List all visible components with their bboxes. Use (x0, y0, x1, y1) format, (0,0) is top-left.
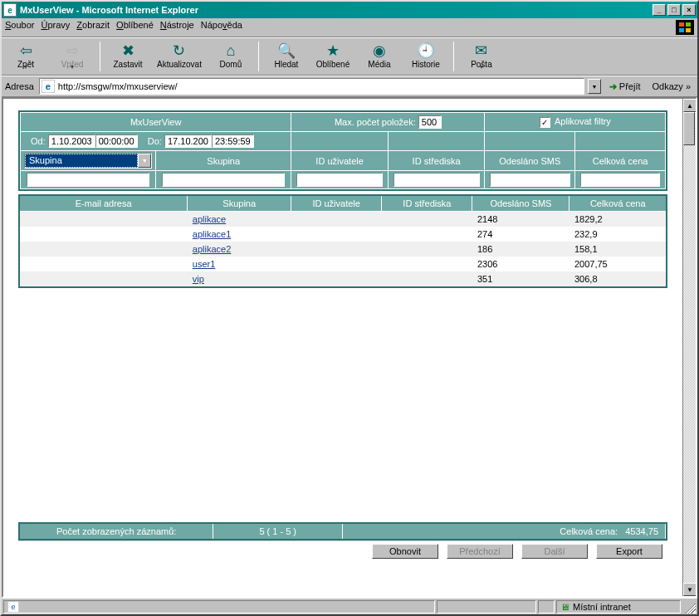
menu-oblibene[interactable]: Oblíbené (116, 20, 154, 35)
star-icon: ★ (326, 42, 340, 60)
scroll-track[interactable] (683, 112, 696, 583)
scroll-thumb[interactable] (683, 112, 695, 145)
page-icon: e (7, 601, 19, 613)
group-dropdown[interactable]: Skupina ▼ (24, 153, 152, 169)
group-link[interactable]: aplikace2 (193, 244, 231, 254)
obnovit-button[interactable]: Obnovit (372, 544, 438, 559)
export-button[interactable]: Export (596, 544, 662, 559)
scroll-down-button[interactable]: ▼ (683, 583, 697, 596)
filter-email-input[interactable] (27, 173, 149, 187)
back-button[interactable]: ⇦ Zpět ▼ (5, 40, 46, 71)
status-text-cell: e (3, 600, 435, 614)
th-skupina[interactable]: Skupina (188, 195, 291, 212)
group-link[interactable]: aplikace (193, 214, 226, 224)
vertical-scrollbar[interactable]: ▲ ▼ (682, 99, 696, 596)
media-button[interactable]: ◉ Média (359, 40, 400, 71)
col-odeslano-header[interactable]: Odesláno SMS (485, 151, 575, 171)
cell-iduz (291, 242, 382, 257)
summary-bar: Počet zobrazených záznamů: 5 ( 1 - 5 ) C… (18, 522, 667, 540)
scroll-up-button[interactable]: ▲ (683, 99, 697, 112)
links-button[interactable]: Odkazy » (649, 80, 694, 93)
cell-email (19, 242, 188, 257)
menu-zobrazit[interactable]: Zobrazit (76, 20, 110, 35)
cell-email (19, 257, 188, 271)
cell-skupina: aplikace1 (188, 227, 291, 242)
cell-odeslano: 186 (472, 242, 569, 257)
history-button[interactable]: 🕘 Historie (405, 40, 447, 71)
od-time-input[interactable]: 00:00:00 (95, 134, 138, 148)
menubar: Soubor Úpravy Zobrazit Oblíbené Nástroje… (2, 18, 697, 37)
th-odeslano[interactable]: Odesláno SMS (472, 195, 569, 212)
cell-idstr (382, 227, 472, 242)
menu-soubor[interactable]: Soubor (5, 20, 34, 35)
do-time-input[interactable]: 23:59:59 (212, 134, 254, 148)
cell-skupina: user1 (188, 257, 291, 271)
th-idstr[interactable]: ID střediska (382, 195, 472, 212)
window-title: MxUserView - Microsoft Internet Explorer (20, 5, 651, 15)
close-button[interactable]: × (682, 4, 696, 16)
group-link[interactable]: aplikace1 (193, 229, 231, 239)
status-cell-3 (538, 600, 555, 614)
filter-idstr-input[interactable] (393, 173, 480, 187)
cell-email (19, 271, 188, 287)
cell-iduz (291, 227, 382, 242)
resize-grip[interactable] (682, 600, 696, 614)
col-idstr-header[interactable]: ID střediska (388, 151, 485, 171)
cell-skupina: vip (188, 271, 291, 287)
filter-iduz-input[interactable] (296, 173, 383, 187)
intranet-icon: 🖥 (560, 602, 569, 612)
menu-upravy[interactable]: Úpravy (41, 20, 70, 35)
cell-skupina: aplikace (188, 212, 291, 227)
max-items-input[interactable]: 500 (418, 115, 442, 129)
minimize-button[interactable]: _ (653, 4, 666, 16)
go-button[interactable]: ➔ Přejít (604, 80, 646, 94)
refresh-button[interactable]: ↻ Aktualizovat (154, 40, 205, 71)
cell-cena: 2007,75 (569, 257, 667, 271)
back-arrow-icon: ⇦ (20, 42, 32, 60)
address-input-wrap: e (39, 78, 584, 95)
menu-nastroje[interactable]: Nástroje (160, 20, 194, 35)
mail-button[interactable]: ✉ Pošta ▼ (461, 40, 502, 71)
cell-cena: 1829,2 (569, 212, 667, 227)
th-cena[interactable]: Celková cena (569, 195, 667, 212)
favorites-button[interactable]: ★ Oblíbené (312, 40, 354, 71)
menu-napoveda[interactable]: Nápověda (201, 20, 242, 35)
table-row: vip351306,8 (19, 271, 667, 287)
security-zone-cell: 🖥 Místní intranet (556, 600, 681, 614)
apply-filters-checkbox[interactable]: ✓ (540, 117, 550, 128)
od-date-input[interactable]: 1.10.2003 (48, 134, 95, 148)
group-link[interactable]: user1 (193, 259, 216, 269)
address-label: Adresa (5, 81, 34, 91)
address-dropdown-button[interactable]: ▼ (588, 79, 601, 94)
filter-odeslano-input[interactable] (490, 173, 570, 187)
do-date-input[interactable]: 17.10.200 (164, 134, 212, 148)
svg-rect-2 (679, 28, 684, 32)
cell-skupina: aplikace2 (188, 242, 291, 257)
maximize-button[interactable]: □ (667, 4, 681, 16)
stop-icon: ✖ (122, 42, 134, 60)
filter-cena-input[interactable] (580, 173, 661, 187)
th-email[interactable]: E-mail adresa (19, 195, 188, 212)
max-items-cell: Max. počet položek: 500 (291, 113, 485, 132)
filter-skupina-input[interactable] (162, 173, 285, 187)
count-label: Počet zobrazených záznamů: (20, 524, 213, 539)
th-iduz[interactable]: ID uživatele (291, 195, 382, 212)
address-input[interactable] (58, 81, 582, 91)
dalsi-button[interactable]: Další (521, 544, 588, 559)
col-skupina-header[interactable]: Skupina (156, 151, 291, 171)
status-cell-2 (437, 600, 536, 614)
stop-button[interactable]: ✖ Zastavit (107, 40, 149, 71)
forward-button[interactable]: ⇨ Vpřed ▼ (51, 40, 93, 71)
media-icon: ◉ (373, 42, 386, 60)
col-cena-header[interactable]: Celková cena (575, 151, 666, 171)
cell-iduz (291, 271, 382, 287)
group-link[interactable]: vip (193, 274, 204, 284)
search-button[interactable]: 🔍 Hledat (266, 40, 307, 71)
predchozi-button[interactable]: Předchozí (447, 544, 513, 559)
content-area: MxUserView Max. počet položek: 500 ✓ Apl… (2, 97, 697, 598)
col-iduz-header[interactable]: ID uživatele (291, 151, 389, 171)
home-button[interactable]: ⌂ Domů (210, 40, 252, 71)
cell-email (19, 212, 188, 227)
table-row: aplikace21481829,2 (19, 212, 667, 227)
chevron-down-icon: ▼ (478, 64, 484, 70)
